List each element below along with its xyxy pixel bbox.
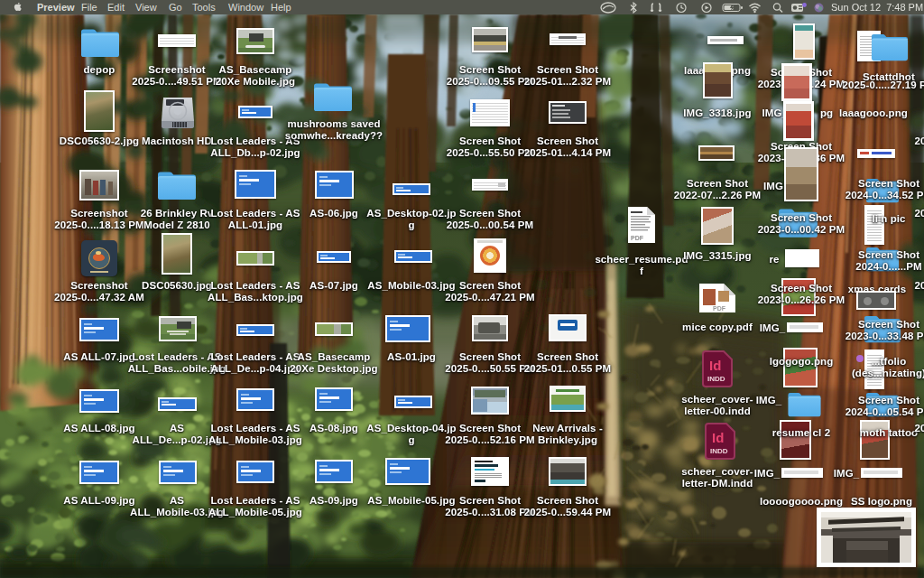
svg-text:INDD: INDD (707, 375, 725, 383)
svg-text:Id: Id (712, 430, 724, 445)
svg-text:Id: Id (709, 358, 721, 373)
svg-text:PDF: PDF (631, 235, 644, 241)
svg-text:INDD: INDD (710, 447, 728, 455)
svg-text:PDF: PDF (713, 305, 726, 312)
